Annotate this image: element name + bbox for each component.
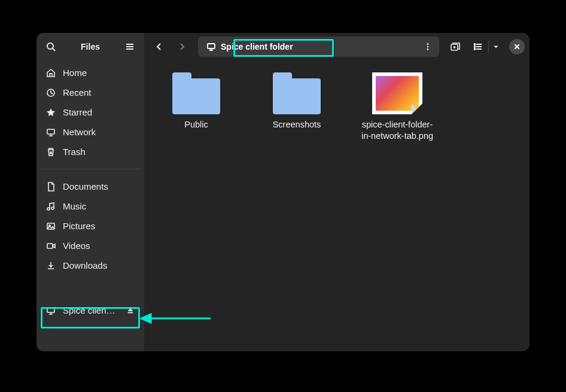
clock-icon [46,88,56,98]
file-label: Public [184,119,208,130]
sidebar-divider [40,169,141,169]
trash-icon [46,147,56,157]
sidebar-item-pictures[interactable]: Pictures [40,216,141,236]
sidebar: Files Home Recent Starred Network [36,33,144,351]
svg-rect-18 [208,44,215,48]
sidebar-item-label: Network [63,127,135,137]
new-tab-button[interactable] [445,37,465,57]
file-grid[interactable]: Public Screenshots spice-client-folder-i… [144,60,530,351]
path-menu-button[interactable] [419,38,437,56]
main-area: Spice client folder [144,33,530,351]
search-icon [46,42,56,51]
files-window: Files Home Recent Starred Network [36,33,530,351]
sidebar-item-label: Recent [63,87,135,98]
folder-screenshots[interactable]: Screenshots [258,72,336,130]
picture-icon [46,221,56,231]
sidebar-item-videos[interactable]: Videos [40,236,141,256]
svg-point-21 [427,43,429,45]
kebab-icon [424,42,432,51]
sidebar-item-label: Videos [63,241,135,251]
hamburger-icon [125,42,135,51]
sidebar-mounts: Spice clien… [36,298,144,351]
svg-rect-11 [47,223,54,229]
svg-point-29 [474,46,476,47]
sidebar-header: Files [36,33,144,60]
folder-icon [273,72,321,114]
sidebar-item-label: Spice clien… [63,305,119,315]
video-icon [46,241,56,251]
home-icon [46,68,56,78]
sidebar-item-home[interactable]: Home [40,63,141,83]
network-icon [206,42,216,51]
sidebar-item-label: Pictures [63,221,135,231]
chevron-left-icon [154,42,164,51]
svg-line-1 [53,48,55,51]
sidebar-item-label: Documents [63,181,135,192]
document-icon [46,182,56,192]
sidebar-item-documents[interactable]: Documents [40,177,141,196]
sidebar-places: Home Recent Starred Network Trash [36,60,144,164]
svg-rect-17 [128,312,133,313]
new-tab-icon [450,41,461,52]
app-title: Files [65,42,115,51]
sidebar-item-music[interactable]: Music [40,196,141,216]
file-label: spice-client-folder-in-network-tab.png [358,119,436,142]
svg-point-30 [474,48,476,50]
chevron-right-icon [177,42,187,51]
sidebar-item-recent[interactable]: Recent [40,83,141,102]
svg-point-23 [427,48,429,50]
sidebar-item-label: Downloads [63,260,135,271]
toolbar: Spice client folder [144,33,530,60]
svg-point-0 [47,43,53,49]
search-button[interactable] [41,37,60,56]
sidebar-item-label: Music [63,201,135,211]
sidebar-item-trash[interactable]: Trash [40,142,141,162]
back-button[interactable] [149,37,169,57]
network-icon [46,306,56,315]
download-icon [46,261,56,271]
chevron-down-icon [492,43,500,50]
file-label: Screenshots [273,119,321,130]
path-segment-label: Spice client folder [221,42,293,51]
sidebar-item-downloads[interactable]: Downloads [40,256,141,275]
star-icon [46,108,56,117]
sidebar-item-label: Home [63,68,135,78]
image-thumbnail [372,72,422,114]
list-view-button[interactable] [468,37,488,57]
close-button[interactable] [509,39,525,54]
file-image-spice[interactable]: spice-client-folder-in-network-tab.png [358,72,436,142]
sidebar-xdg: Documents Music Pictures Videos Download… [36,174,144,278]
sidebar-item-label: Starred [63,107,135,117]
sidebar-item-starred[interactable]: Starred [40,102,141,122]
path-bar[interactable]: Spice client folder [198,37,439,57]
path-segment-spice[interactable]: Spice client folder [200,39,299,54]
sidebar-item-label: Trash [63,147,135,157]
list-icon [473,42,483,51]
view-options-button[interactable] [489,37,503,57]
sidebar-item-spice-mount[interactable]: Spice clien… [40,300,141,320]
svg-rect-14 [47,308,54,312]
svg-point-28 [474,44,476,45]
eject-icon[interactable] [126,306,135,315]
hamburger-menu-button[interactable] [120,37,139,56]
svg-rect-6 [47,129,54,134]
close-icon [513,43,521,50]
svg-point-22 [427,46,429,48]
forward-button[interactable] [172,37,192,57]
folder-public[interactable]: Public [157,72,235,130]
view-switcher [468,37,503,57]
svg-rect-13 [47,244,53,248]
music-icon [46,202,56,211]
sidebar-item-network[interactable]: Network [40,122,141,142]
folder-icon [172,72,220,114]
network-icon [46,127,56,137]
